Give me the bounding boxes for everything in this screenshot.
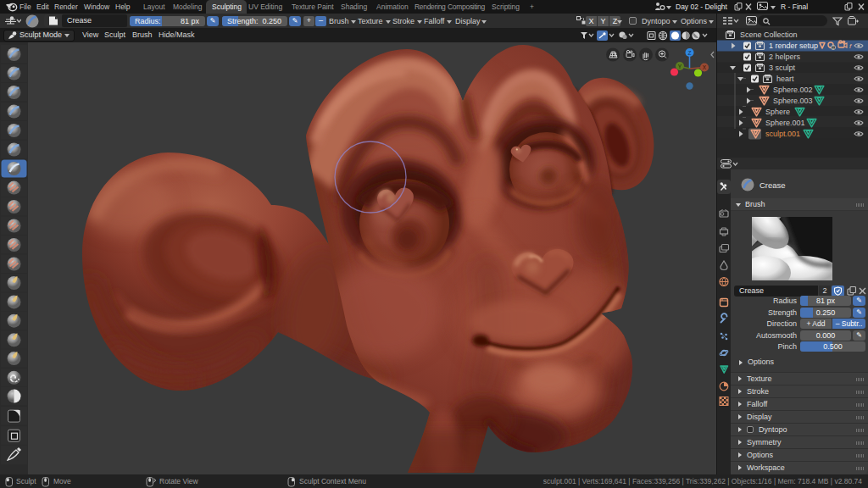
svg-text:Sphere: Sphere (765, 108, 790, 116)
svg-text:Sphere.001: Sphere.001 (765, 119, 805, 127)
svg-text:Sphere.002: Sphere.002 (773, 86, 813, 94)
svg-text:X: X (703, 64, 707, 70)
svg-text:Y: Y (678, 64, 682, 69)
svg-text:Z: Z (688, 50, 692, 56)
svg-text:Scene Collection: Scene Collection (740, 30, 798, 39)
svg-text:3 sculpt: 3 sculpt (769, 64, 796, 72)
svg-text:2 helpers: 2 helpers (769, 53, 801, 61)
svg-text:1 render setup: 1 render setup (769, 42, 818, 50)
svg-text:heart: heart (776, 75, 794, 83)
svg-text:Sphere.003: Sphere.003 (773, 97, 813, 105)
svg-text:sculpt.001: sculpt.001 (765, 130, 800, 138)
svg-text:0: 0 (832, 45, 835, 50)
